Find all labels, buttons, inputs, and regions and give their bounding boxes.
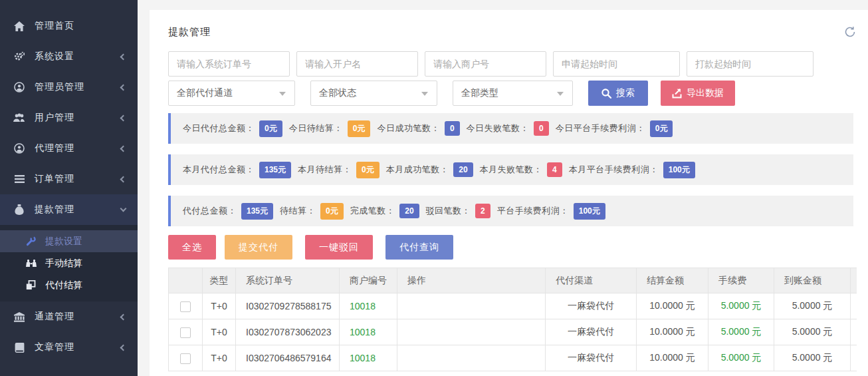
row-checkbox[interactable] <box>180 353 191 364</box>
submenu-item-manual-settlement[interactable]: 手动结算 <box>0 252 138 274</box>
sidebar-item-agent-management[interactable]: 代理管理 <box>0 133 138 164</box>
main-content: 提款管理 全部代付通道 <box>138 0 868 376</box>
sidebar-item-admin-management[interactable]: 管理员管理 <box>0 72 138 102</box>
cell-merchant-no: 10018 <box>340 345 397 371</box>
refresh-icon[interactable] <box>844 26 856 38</box>
system-order-no-input[interactable] <box>168 51 290 77</box>
payout-channel-select[interactable]: 全部代付通道 <box>168 81 295 106</box>
search-icon <box>601 89 611 98</box>
cell-type: T+0 <box>203 319 236 345</box>
export-data-button[interactable]: 导出数据 <box>661 81 735 106</box>
apply-start-time-input[interactable] <box>553 51 680 77</box>
stat-label: 本月成功笔数： <box>386 164 449 176</box>
stat-label: 待结算： <box>280 205 316 217</box>
cell-channel: 一麻袋代付 <box>546 319 637 345</box>
cell-settle-amount: 10.0000 元 <box>637 345 708 371</box>
sidebar-item-label: 通道管理 <box>35 311 121 323</box>
sidebar-item-home[interactable]: 管理首页 <box>0 11 138 41</box>
cell-merchant-no: 10018 <box>340 319 397 345</box>
export-icon <box>672 89 682 98</box>
stat-label: 本月代付总金额： <box>183 164 255 176</box>
type-select[interactable]: 全部类型 <box>453 81 573 106</box>
submit-payout-button[interactable]: 提交代付 <box>225 235 292 260</box>
sidebar-item-label: 文章管理 <box>35 341 121 353</box>
pay-start-time-input[interactable] <box>687 51 814 77</box>
row-checkbox[interactable] <box>180 301 191 312</box>
chevron-left-icon <box>120 84 127 91</box>
sidebar-item-channel-management[interactable]: 通道管理 <box>0 301 138 332</box>
sidebar-item-user-management[interactable]: 用户管理 <box>0 102 138 133</box>
binoculars-icon <box>25 258 37 268</box>
merchant-no-input[interactable] <box>425 51 546 77</box>
row-checkbox[interactable] <box>180 327 191 338</box>
sidebar-item-article-management[interactable]: 文章管理 <box>0 332 138 363</box>
wrench-icon <box>25 236 37 246</box>
stat-badge: 135元 <box>259 162 291 178</box>
sidebar-item-withdraw-management[interactable]: 提款管理 <box>0 194 138 225</box>
card-header: 提款管理 <box>168 22 856 42</box>
admin-user-icon <box>13 82 25 93</box>
table-header-row: 类型 系统订单号 商户编号 操作 代付渠道 结算金额 手续费 到账金额 <box>169 268 857 293</box>
stat-badge: 20 <box>399 204 419 218</box>
chevron-left-icon <box>120 53 127 60</box>
stat-label: 驳回笔数： <box>426 205 471 217</box>
submenu-item-label: 代付结算 <box>45 280 82 291</box>
cell-arrive-amount: 5.0000 元 <box>774 345 851 371</box>
cell-channel: 一麻袋代付 <box>546 293 637 319</box>
app: 管理首页 系统设置 管理员管理 用户管理 <box>0 0 868 376</box>
stat-label: 今日成功笔数： <box>377 122 440 134</box>
stat-badge: 100元 <box>574 203 605 220</box>
stat-badge: 0元 <box>348 120 371 137</box>
select-value: 全部状态 <box>319 87 356 99</box>
sidebar-item-label: 提款管理 <box>35 204 121 216</box>
account-name-input[interactable] <box>296 51 418 77</box>
action-button-row: 全选 提交代付 一键驳回 代付查询 <box>168 235 856 260</box>
submenu-item-payout-settlement[interactable]: 代付结算 <box>0 274 138 296</box>
stat-label: 今日平台手续费利润： <box>556 122 645 134</box>
cell-order-no: I0302707873062023 <box>236 319 340 345</box>
table-row: T+0 I0302709278588175 10018 一麻袋代付 10.000… <box>169 293 857 319</box>
stat-label: 本月待结算： <box>298 164 352 176</box>
stat-label: 本月平台手续费利润： <box>569 164 659 176</box>
header-checkbox-cell <box>169 268 203 293</box>
cell-operation <box>397 345 546 371</box>
gears-icon <box>13 51 25 62</box>
withdraw-submenu: 提款设置 手动结算 代付结算 <box>0 225 138 301</box>
cell-fee: 5.0000 元 <box>708 345 774 371</box>
search-button[interactable]: 搜索 <box>588 81 648 106</box>
stat-badge: 100元 <box>663 162 695 178</box>
bank-icon <box>13 311 25 322</box>
cell-type: T+0 <box>203 345 236 371</box>
stat-label: 今日失败笔数： <box>467 122 530 134</box>
header-merchant-no: 商户编号 <box>340 268 397 293</box>
header-operation: 操作 <box>397 268 546 293</box>
select-all-button[interactable]: 全选 <box>168 235 216 260</box>
sidebar-item-order-management[interactable]: 订单管理 <box>0 164 138 194</box>
filter-panel: 全部代付通道 全部状态 全部类型 搜 <box>168 51 856 106</box>
export-button-label: 导出数据 <box>687 87 724 99</box>
cell-clipped <box>851 319 857 345</box>
cell-clipped <box>851 345 857 371</box>
sidebar-item-system-settings[interactable]: 系统设置 <box>0 41 138 72</box>
stat-label: 平台手续费利润： <box>497 205 569 217</box>
order-list-icon <box>13 174 25 184</box>
stat-label: 今日代付总金额： <box>183 122 255 134</box>
stat-badge: 4 <box>547 162 562 177</box>
stat-label: 本月失败笔数： <box>480 164 543 176</box>
stat-label: 完成笔数： <box>350 205 395 217</box>
page-title: 提款管理 <box>168 26 211 39</box>
cell-merchant-no: 10018 <box>340 293 397 319</box>
chevron-left-icon <box>120 176 127 182</box>
reject-all-button[interactable]: 一键驳回 <box>305 235 373 260</box>
filter-row-inputs <box>168 51 856 77</box>
submenu-item-withdraw-settings[interactable]: 提款设置 <box>0 230 138 252</box>
caret-down-icon <box>421 92 428 96</box>
payout-query-button[interactable]: 代付查询 <box>385 235 453 260</box>
cell-order-no: I0302706486579164 <box>236 345 340 371</box>
stat-badge: 135元 <box>241 203 273 220</box>
stat-badge: 0 <box>534 121 549 136</box>
status-select[interactable]: 全部状态 <box>310 81 437 106</box>
stat-badge: 0元 <box>320 203 344 220</box>
cell-settle-amount: 10.0000 元 <box>637 319 708 345</box>
home-icon <box>13 21 25 31</box>
